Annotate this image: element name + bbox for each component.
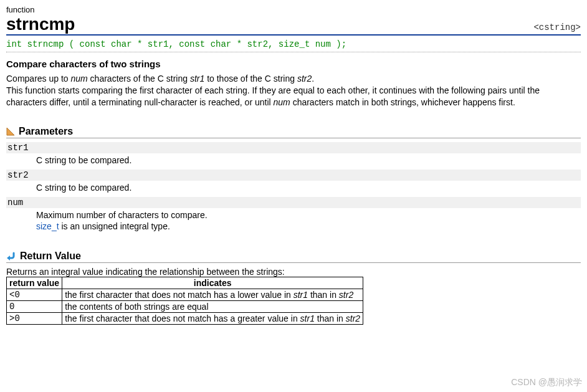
rv-text: than in	[315, 313, 346, 323]
rv-code: <0	[7, 289, 62, 301]
desc-em-num: num	[274, 97, 290, 107]
brief-description: Compare characters of two strings	[6, 59, 581, 69]
parameters-heading: Parameters	[6, 126, 581, 138]
section-title: Return Value	[20, 251, 81, 262]
parameters-list: str1 C string to be compared. str2 C str…	[6, 142, 581, 232]
rv-desc: the first character that does not match …	[62, 289, 363, 301]
desc-text: characters of the C string	[88, 74, 190, 84]
full-description: Compares up to num characters of the C s…	[6, 73, 581, 108]
th-return-value: return value	[7, 277, 62, 289]
rv-code: >0	[7, 313, 62, 325]
desc-text: .	[312, 74, 314, 84]
return-value-heading: Return Value	[6, 251, 581, 263]
return-icon	[6, 251, 16, 261]
size-t-link[interactable]: size_t	[36, 221, 59, 231]
title-row: strncmp <cstring>	[6, 16, 581, 36]
return-value-table: return value indicates <0 the first char…	[6, 277, 363, 325]
th-indicates: indicates	[62, 277, 363, 289]
table-header-row: return value indicates	[7, 277, 363, 289]
param-desc-text: is an unsigned integral type.	[59, 221, 170, 231]
param-desc-str1: C string to be compared.	[36, 155, 581, 166]
param-name-num: num	[6, 197, 581, 208]
svg-marker-1	[7, 256, 10, 261]
rv-em: str2	[346, 313, 360, 323]
rv-em: str2	[339, 290, 353, 300]
desc-em-str1: str1	[190, 74, 204, 84]
function-name: strncmp	[6, 16, 75, 33]
rv-text: the first character that does not match …	[65, 313, 300, 323]
desc-em-num: num	[71, 74, 88, 84]
desc-text: to those of the C string	[204, 74, 297, 84]
desc-text: Compares up to	[6, 74, 71, 84]
rv-code: 0	[7, 301, 62, 313]
rv-em: str1	[300, 313, 315, 323]
rv-text: the first character that does not match …	[65, 290, 294, 300]
desc-em-str2: str2	[297, 74, 312, 84]
rv-desc: the contents of both strings are equal	[62, 301, 363, 313]
section-title: Parameters	[19, 126, 73, 137]
header-include: <cstring>	[533, 22, 581, 32]
param-name-str1: str1	[6, 142, 581, 153]
rv-text: the contents of both strings are equal	[65, 302, 208, 312]
table-row: <0 the first character that does not mat…	[7, 289, 363, 301]
param-name-str2: str2	[6, 170, 581, 181]
svg-marker-0	[7, 128, 14, 135]
param-desc-num: Maximum number of characters to compare.…	[36, 209, 581, 232]
rv-em: str1	[294, 290, 308, 300]
table-row: >0 the first character that does not mat…	[7, 313, 363, 325]
table-row: 0 the contents of both strings are equal	[7, 301, 363, 313]
rv-text: than in	[308, 290, 339, 300]
param-desc-text: Maximum number of characters to compare.	[36, 210, 208, 220]
desc-text: characters match in both strings, whiche…	[290, 97, 515, 107]
param-desc-str2: C string to be compared.	[36, 182, 581, 193]
triangle-icon	[6, 127, 15, 136]
function-signature: int strncmp ( const char * str1, const c…	[6, 38, 581, 52]
rv-desc: the first character that does not match …	[62, 313, 363, 325]
return-intro: Returns an integral value indicating the…	[6, 267, 581, 277]
category-label: function	[6, 5, 581, 14]
